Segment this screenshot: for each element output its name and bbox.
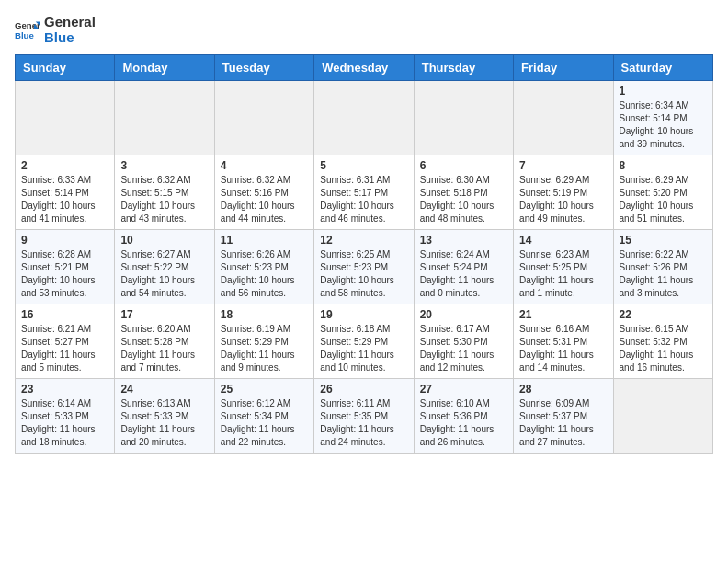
- day-cell: 8Sunrise: 6:29 AM Sunset: 5:20 PM Daylig…: [613, 155, 712, 230]
- day-cell: 22Sunrise: 6:15 AM Sunset: 5:32 PM Dayli…: [613, 304, 712, 379]
- day-number: 27: [420, 383, 507, 396]
- day-info: Sunrise: 6:20 AM Sunset: 5:28 PM Dayligh…: [120, 323, 208, 374]
- day-info: Sunrise: 6:29 AM Sunset: 5:20 PM Dayligh…: [620, 174, 707, 225]
- day-cell: [414, 81, 513, 155]
- day-number: 24: [120, 383, 208, 396]
- logo-general-text: General: [44, 15, 96, 30]
- day-cell: [613, 379, 712, 454]
- day-info: Sunrise: 6:24 AM Sunset: 5:24 PM Dayligh…: [420, 248, 507, 300]
- day-info: Sunrise: 6:16 AM Sunset: 5:31 PM Dayligh…: [519, 323, 607, 374]
- column-header-sunday: Sunday: [16, 55, 115, 81]
- day-info: Sunrise: 6:19 AM Sunset: 5:29 PM Dayligh…: [221, 323, 308, 374]
- column-header-thursday: Thursday: [414, 55, 513, 81]
- day-number: 10: [120, 234, 208, 247]
- day-number: 22: [620, 308, 707, 321]
- day-number: 3: [120, 159, 208, 172]
- day-cell: 3Sunrise: 6:32 AM Sunset: 5:15 PM Daylig…: [115, 155, 214, 230]
- day-number: 25: [221, 383, 308, 396]
- day-number: 7: [519, 159, 607, 172]
- day-info: Sunrise: 6:10 AM Sunset: 5:36 PM Dayligh…: [420, 397, 507, 449]
- day-info: Sunrise: 6:14 AM Sunset: 5:33 PM Dayligh…: [21, 397, 108, 449]
- column-header-wednesday: Wednesday: [314, 55, 414, 81]
- day-cell: 13Sunrise: 6:24 AM Sunset: 5:24 PM Dayli…: [414, 230, 513, 304]
- column-header-monday: Monday: [115, 55, 214, 81]
- day-cell: [214, 81, 313, 155]
- day-cell: 15Sunrise: 6:22 AM Sunset: 5:26 PM Dayli…: [613, 230, 712, 304]
- day-cell: 24Sunrise: 6:13 AM Sunset: 5:33 PM Dayli…: [115, 379, 214, 454]
- calendar-table: SundayMondayTuesdayWednesdayThursdayFrid…: [15, 54, 713, 454]
- day-info: Sunrise: 6:34 AM Sunset: 5:14 PM Dayligh…: [620, 99, 707, 151]
- day-number: 12: [320, 234, 407, 247]
- day-number: 11: [221, 234, 308, 247]
- day-number: 20: [420, 308, 507, 321]
- day-cell: 28Sunrise: 6:09 AM Sunset: 5:37 PM Dayli…: [514, 379, 613, 454]
- day-number: 13: [420, 234, 507, 247]
- day-info: Sunrise: 6:32 AM Sunset: 5:16 PM Dayligh…: [221, 174, 308, 225]
- day-number: 23: [21, 383, 108, 396]
- day-info: Sunrise: 6:11 AM Sunset: 5:35 PM Dayligh…: [320, 397, 407, 449]
- day-number: 9: [21, 234, 108, 247]
- day-number: 28: [519, 383, 607, 396]
- day-info: Sunrise: 6:21 AM Sunset: 5:27 PM Dayligh…: [21, 323, 108, 374]
- day-info: Sunrise: 6:17 AM Sunset: 5:30 PM Dayligh…: [420, 323, 507, 374]
- day-number: 16: [21, 308, 108, 321]
- day-info: Sunrise: 6:31 AM Sunset: 5:17 PM Dayligh…: [320, 174, 407, 225]
- day-info: Sunrise: 6:23 AM Sunset: 5:25 PM Dayligh…: [519, 248, 607, 300]
- calendar-header-row: SundayMondayTuesdayWednesdayThursdayFrid…: [16, 55, 713, 81]
- column-header-saturday: Saturday: [613, 55, 712, 81]
- day-number: 5: [320, 159, 407, 172]
- day-cell: 23Sunrise: 6:14 AM Sunset: 5:33 PM Dayli…: [16, 379, 115, 454]
- day-cell: 12Sunrise: 6:25 AM Sunset: 5:23 PM Dayli…: [314, 230, 414, 304]
- day-cell: 18Sunrise: 6:19 AM Sunset: 5:29 PM Dayli…: [214, 304, 313, 379]
- day-info: Sunrise: 6:18 AM Sunset: 5:29 PM Dayligh…: [320, 323, 407, 374]
- day-cell: 11Sunrise: 6:26 AM Sunset: 5:23 PM Dayli…: [214, 230, 313, 304]
- day-number: 8: [620, 159, 707, 172]
- day-cell: [16, 81, 115, 155]
- week-row-3: 9Sunrise: 6:28 AM Sunset: 5:21 PM Daylig…: [16, 230, 713, 304]
- day-number: 15: [620, 234, 707, 247]
- week-row-2: 2Sunrise: 6:33 AM Sunset: 5:14 PM Daylig…: [16, 155, 713, 230]
- day-cell: 17Sunrise: 6:20 AM Sunset: 5:28 PM Dayli…: [115, 304, 214, 379]
- day-number: 14: [519, 234, 607, 247]
- logo: General Blue General Blue: [15, 15, 96, 45]
- day-cell: 14Sunrise: 6:23 AM Sunset: 5:25 PM Dayli…: [514, 230, 613, 304]
- day-cell: [115, 81, 214, 155]
- day-cell: 19Sunrise: 6:18 AM Sunset: 5:29 PM Dayli…: [314, 304, 414, 379]
- day-cell: [314, 81, 414, 155]
- day-cell: [514, 81, 613, 155]
- day-cell: 25Sunrise: 6:12 AM Sunset: 5:34 PM Dayli…: [214, 379, 313, 454]
- week-row-1: 1Sunrise: 6:34 AM Sunset: 5:14 PM Daylig…: [16, 81, 713, 155]
- day-cell: 27Sunrise: 6:10 AM Sunset: 5:36 PM Dayli…: [414, 379, 513, 454]
- day-number: 6: [420, 159, 507, 172]
- day-info: Sunrise: 6:33 AM Sunset: 5:14 PM Dayligh…: [21, 174, 108, 225]
- day-cell: 9Sunrise: 6:28 AM Sunset: 5:21 PM Daylig…: [16, 230, 115, 304]
- day-cell: 6Sunrise: 6:30 AM Sunset: 5:18 PM Daylig…: [414, 155, 513, 230]
- day-number: 26: [320, 383, 407, 396]
- day-info: Sunrise: 6:09 AM Sunset: 5:37 PM Dayligh…: [519, 397, 607, 449]
- day-cell: 26Sunrise: 6:11 AM Sunset: 5:35 PM Dayli…: [314, 379, 414, 454]
- day-number: 18: [221, 308, 308, 321]
- column-header-tuesday: Tuesday: [214, 55, 313, 81]
- day-info: Sunrise: 6:28 AM Sunset: 5:21 PM Dayligh…: [21, 248, 108, 300]
- day-info: Sunrise: 6:26 AM Sunset: 5:23 PM Dayligh…: [221, 248, 308, 300]
- column-header-friday: Friday: [514, 55, 613, 81]
- day-number: 19: [320, 308, 407, 321]
- day-cell: 1Sunrise: 6:34 AM Sunset: 5:14 PM Daylig…: [613, 81, 712, 155]
- logo-blue-text: Blue: [44, 30, 96, 46]
- day-info: Sunrise: 6:22 AM Sunset: 5:26 PM Dayligh…: [620, 248, 707, 300]
- day-cell: 20Sunrise: 6:17 AM Sunset: 5:30 PM Dayli…: [414, 304, 513, 379]
- day-info: Sunrise: 6:12 AM Sunset: 5:34 PM Dayligh…: [221, 397, 308, 449]
- day-cell: 7Sunrise: 6:29 AM Sunset: 5:19 PM Daylig…: [514, 155, 613, 230]
- svg-text:Blue: Blue: [15, 29, 34, 40]
- day-info: Sunrise: 6:29 AM Sunset: 5:19 PM Dayligh…: [519, 174, 607, 225]
- day-cell: 16Sunrise: 6:21 AM Sunset: 5:27 PM Dayli…: [16, 304, 115, 379]
- week-row-4: 16Sunrise: 6:21 AM Sunset: 5:27 PM Dayli…: [16, 304, 713, 379]
- day-cell: 21Sunrise: 6:16 AM Sunset: 5:31 PM Dayli…: [514, 304, 613, 379]
- day-cell: 2Sunrise: 6:33 AM Sunset: 5:14 PM Daylig…: [16, 155, 115, 230]
- day-info: Sunrise: 6:32 AM Sunset: 5:15 PM Dayligh…: [120, 174, 208, 225]
- day-cell: 5Sunrise: 6:31 AM Sunset: 5:17 PM Daylig…: [314, 155, 414, 230]
- day-number: 4: [221, 159, 308, 172]
- day-number: 17: [120, 308, 208, 321]
- day-info: Sunrise: 6:15 AM Sunset: 5:32 PM Dayligh…: [620, 323, 707, 374]
- page-header: General Blue General Blue: [15, 15, 713, 45]
